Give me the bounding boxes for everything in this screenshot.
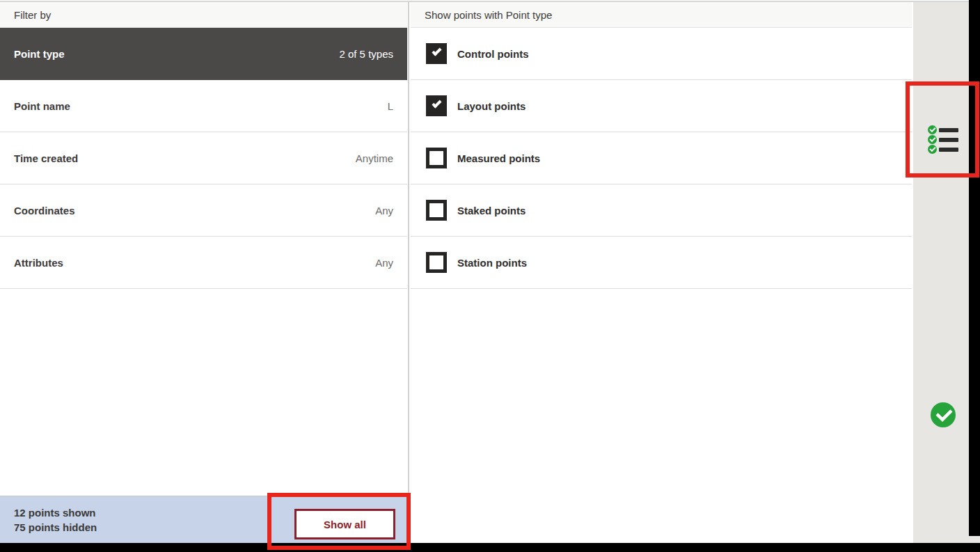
filter-row-point-type[interactable]: Point type 2 of 5 types: [0, 28, 407, 80]
option-label: Station points: [457, 257, 527, 269]
filter-panel: Filter by Point type 2 of 5 types Point …: [0, 2, 407, 543]
option-label: Control points: [457, 48, 528, 60]
checklist-row: [928, 145, 958, 154]
green-check-circle-icon: [928, 145, 937, 154]
check-icon: [432, 98, 441, 108]
filter-panel-header: Filter by: [0, 2, 407, 28]
points-hidden-text: 75 points hidden: [14, 520, 97, 535]
option-label: Measured points: [457, 152, 540, 164]
checkbox-icon[interactable]: [426, 200, 447, 221]
points-shown-text: 12 points shown: [14, 505, 97, 520]
point-type-option-control-points[interactable]: Control points: [411, 28, 912, 80]
filter-row-coordinates[interactable]: Coordinates Any: [0, 184, 407, 237]
green-check-circle-icon: [928, 135, 937, 144]
list-line-icon: [939, 128, 958, 132]
checkbox-icon[interactable]: [426, 148, 447, 168]
filter-label: Point type: [14, 48, 65, 60]
list-line-icon: [939, 138, 958, 142]
filter-value: Anytime: [356, 152, 393, 164]
list-line-icon: [939, 148, 958, 152]
filter-row-time-created[interactable]: Time created Anytime: [0, 132, 407, 184]
filter-panel-title: Filter by: [14, 9, 51, 21]
filter-checklist-icon[interactable]: [928, 125, 958, 155]
point-type-option-staked-points[interactable]: Staked points: [411, 184, 912, 237]
filter-label: Coordinates: [14, 205, 75, 216]
checklist-row: [928, 125, 958, 134]
point-type-panel-header: Show points with Point type: [411, 2, 912, 28]
option-label: Staked points: [457, 205, 525, 216]
point-type-option-station-points[interactable]: Station points: [411, 237, 912, 289]
check-icon: [432, 46, 441, 56]
checkbox-icon[interactable]: [426, 95, 447, 116]
filter-label: Attributes: [14, 257, 63, 269]
points-count-text: 12 points shown 75 points hidden: [14, 505, 97, 535]
filter-row-attributes[interactable]: Attributes Any: [0, 237, 407, 289]
point-type-option-measured-points[interactable]: Measured points: [411, 132, 912, 184]
point-type-panel: Show points with Point type Control poin…: [411, 2, 912, 543]
show-all-button[interactable]: Show all: [294, 509, 395, 539]
filter-value: 2 of 5 types: [339, 48, 393, 60]
panel-divider: [408, 2, 409, 543]
checkbox-icon[interactable]: [426, 43, 447, 64]
green-check-circle-icon: [928, 125, 937, 134]
filter-value: Any: [375, 257, 393, 269]
screen-edge-right: [969, 0, 980, 536]
filter-value: L: [388, 100, 393, 112]
filter-label: Point name: [14, 100, 70, 112]
filter-row-point-name[interactable]: Point name L: [0, 80, 407, 132]
point-type-option-layout-points[interactable]: Layout points: [411, 80, 912, 132]
filter-value: Any: [375, 205, 393, 216]
checklist-row: [928, 135, 958, 144]
point-type-panel-title: Show points with Point type: [425, 9, 552, 21]
option-label: Layout points: [457, 100, 525, 112]
accept-check-icon[interactable]: [931, 402, 956, 427]
screen-edge-bottom: [0, 543, 980, 552]
checkbox-icon[interactable]: [426, 252, 447, 273]
point-filter-screen: Filter by Point type 2 of 5 types Point …: [0, 0, 980, 552]
filter-label: Time created: [14, 152, 78, 164]
points-count-bar: 12 points shown 75 points hidden Show al…: [0, 496, 407, 543]
